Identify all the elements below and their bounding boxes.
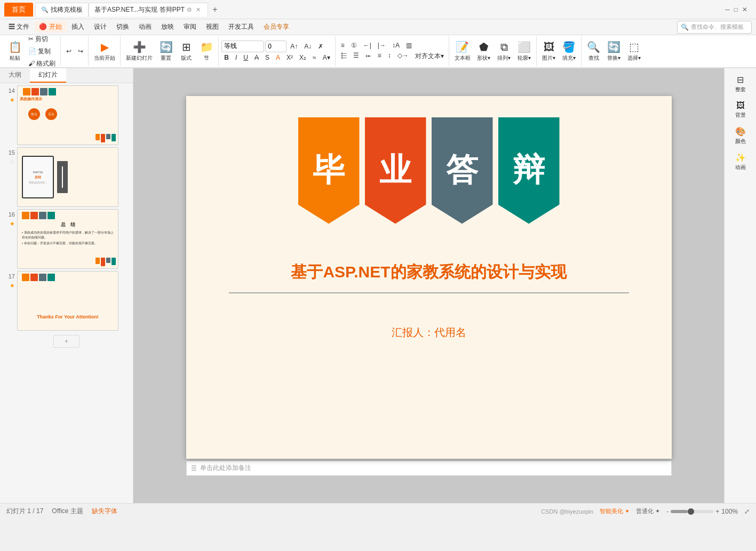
font-size-input[interactable] (265, 41, 287, 52)
menu-animation[interactable]: 动画 (134, 21, 156, 33)
copy-button[interactable]: 📄 复制 (26, 46, 58, 57)
bold-button[interactable]: B (221, 53, 232, 62)
slide-thumb-16[interactable]: 总 结 • 系统成功的实现目标需求不同用户的需球，解决了一部分市场上存在的如面问… (17, 209, 118, 269)
replace-button[interactable]: 🔄 替换▾ (604, 38, 624, 65)
tab-template[interactable]: 🔍 找稀克模板 (35, 3, 89, 17)
undo-button[interactable]: ↩ (63, 46, 74, 56)
banner-char-4: 辩 (498, 117, 560, 224)
fill-button[interactable]: 🪣 填充▾ (560, 38, 579, 65)
window-minimize[interactable]: ─ (725, 6, 730, 13)
slide-item-16[interactable]: 16 ★ 总 结 • 系统成功的实现目标需求不同用户的需球，解决了一部分市场上存… (2, 209, 131, 269)
slide-thumb-17[interactable]: Thanks For Your Attention! (17, 271, 118, 331)
superscript-button[interactable]: X² (284, 53, 296, 62)
clear-format-button[interactable]: ✗ (315, 42, 326, 51)
play-button[interactable]: ▶ 当前开始 (91, 38, 118, 65)
slide-item-15[interactable]: 15 ☆ PART06 总结 系统总结内容... (2, 147, 131, 207)
menu-transition[interactable]: 切换 (112, 21, 133, 33)
new-slide-button[interactable]: ➕ 新建幻灯片 (123, 38, 155, 65)
text-align-v[interactable]: 对齐文本▾ (412, 51, 447, 62)
menu-file[interactable]: ☰ 文件 (4, 21, 34, 33)
menu-design[interactable]: 设计 (90, 21, 111, 33)
notes-bar[interactable]: ☰ 单击此处添加备注 (186, 461, 672, 476)
line-spacing-button[interactable]: ↕ (385, 51, 394, 62)
transform-button[interactable]: ≈ (310, 53, 319, 62)
font-color-button[interactable]: A (273, 53, 283, 62)
right-panel-full-set[interactable]: ⊟ 整套 (733, 73, 748, 95)
slide-canvas[interactable]: 毕 业 答 辩 基于ASP.NET的家教系统的设计与实现 汇报人：代用名 (186, 96, 672, 459)
number-list-button[interactable]: ① (348, 41, 360, 50)
slide-item-14[interactable]: 14 ★ 系统操作演示 前台 后台 (2, 85, 131, 145)
shadow-button[interactable]: S (262, 53, 272, 62)
align-right-button[interactable]: ⬰ (363, 51, 374, 62)
tab-close[interactable]: ✕ (194, 6, 202, 13)
highlight-button[interactable]: A▾ (320, 53, 333, 62)
picture-button[interactable]: 🖼 图片▾ (539, 38, 559, 65)
thumb14-circle-back: 后台 (45, 108, 57, 120)
zoom-in-button[interactable]: + (715, 508, 719, 515)
menu-view[interactable]: 视图 (202, 21, 223, 33)
theme-info: Office 主题 (52, 507, 83, 516)
slide-tab[interactable]: 幻灯片 (30, 68, 66, 83)
menu-slideshow[interactable]: 放映 (157, 21, 178, 33)
text-box-button[interactable]: 📝 文本框 (452, 38, 473, 65)
slide-thumb-14[interactable]: 系统操作演示 前台 后台 (17, 85, 118, 145)
cut-button[interactable]: ✂ 剪切 (26, 35, 58, 45)
bullet-list-button[interactable]: ≡ (338, 41, 347, 50)
redo-button[interactable]: ↪ (75, 46, 86, 56)
menu-developer[interactable]: 开发工具 (224, 21, 258, 33)
menu-home[interactable]: 🔴 开始 (35, 21, 66, 33)
fit-screen-button[interactable]: ⤢ (744, 508, 750, 515)
underline-button[interactable]: U (241, 53, 251, 62)
slide-star-14: ★ (10, 97, 15, 103)
zoom-out-button[interactable]: - (666, 508, 669, 515)
italic-button[interactable]: I (233, 53, 240, 62)
slide-thumb-15[interactable]: PART06 总结 系统总结内容... (17, 147, 118, 207)
tab-home[interactable]: 首页 (4, 3, 33, 17)
sidebar-tabs: 大纲 幻灯片 (0, 68, 133, 83)
menu-member[interactable]: 会员专享 (259, 21, 293, 33)
normalize-button[interactable]: 普通化 ✦ (636, 507, 660, 515)
format-paint-button[interactable]: 🖌 格式刷 (26, 58, 58, 69)
align-justify-button[interactable]: ≡ (375, 51, 384, 62)
right-panel-color[interactable]: 🎨 颜色 (733, 124, 748, 147)
increase-indent-button[interactable]: |→ (375, 41, 388, 50)
zoom-slider[interactable] (671, 510, 713, 513)
smart-beautify[interactable]: 智能美化 ✦ (600, 507, 630, 515)
subscript-button[interactable]: X₂ (297, 53, 309, 62)
find-button[interactable]: 🔍 查找 (584, 38, 603, 65)
right-panel-background[interactable]: 🖼 背景 (733, 99, 748, 121)
slide-num-17: 17 (4, 273, 15, 280)
smart-shape-button[interactable]: ◇→ (395, 51, 411, 62)
slide-item-17[interactable]: 17 ★ Thanks For Your Attention! (2, 271, 131, 331)
layout-button[interactable]: ⊞ 版式 (177, 38, 196, 65)
section-button[interactable]: 📁 节 (197, 38, 216, 65)
decrease-indent-button[interactable]: ←| (361, 41, 374, 50)
outline-button[interactable]: ⬜ 轮廓▾ (515, 38, 534, 65)
outline-tab[interactable]: 大纲 (0, 68, 30, 83)
add-tab-button[interactable]: + (208, 3, 221, 17)
slide-canvas-area: 毕 业 答 辩 基于ASP.NET的家教系统的设计与实现 汇报人：代用名 ☰ 单… (133, 68, 724, 503)
add-slide-button[interactable]: + (53, 335, 79, 348)
text-direction-button[interactable]: ↕A (389, 41, 402, 50)
window-close[interactable]: ✕ (742, 6, 747, 13)
strikethrough-button[interactable]: A (252, 53, 261, 62)
search-box[interactable]: 🔍 查找命令、搜索模板 (677, 21, 752, 34)
arrange-button[interactable]: ⧉ 排列▾ (495, 38, 514, 65)
select-button[interactable]: ⬚ 选择▾ (625, 38, 644, 65)
font-name-input[interactable] (221, 41, 264, 52)
paste-button[interactable]: 📋 粘贴 (5, 38, 25, 65)
missing-font[interactable]: 缺失字体 (92, 507, 117, 516)
window-maximize[interactable]: □ (734, 6, 738, 13)
align-center-button[interactable]: ☰ (351, 51, 362, 62)
reset-button[interactable]: 🔄 重置 (156, 38, 176, 65)
column-button[interactable]: ▥ (403, 41, 415, 50)
align-left-button[interactable]: ⬱ (338, 51, 349, 62)
menu-review[interactable]: 审阅 (179, 21, 201, 33)
menu-insert[interactable]: 插入 (67, 21, 89, 33)
font-grow-button[interactable]: A↑ (288, 42, 300, 51)
shape-button[interactable]: ⬟ 形状▾ (474, 38, 494, 65)
tab-document[interactable]: 基于ASP.NET...与实现 答辩PPT ⚙ ✕ (89, 3, 208, 17)
right-panel-animation[interactable]: ✨ 动画 (733, 150, 748, 173)
font-shrink-button[interactable]: A↓ (301, 42, 314, 51)
new-slide-group: ➕ 新建幻灯片 🔄 重置 ⊞ 版式 📁 节 (121, 36, 219, 66)
